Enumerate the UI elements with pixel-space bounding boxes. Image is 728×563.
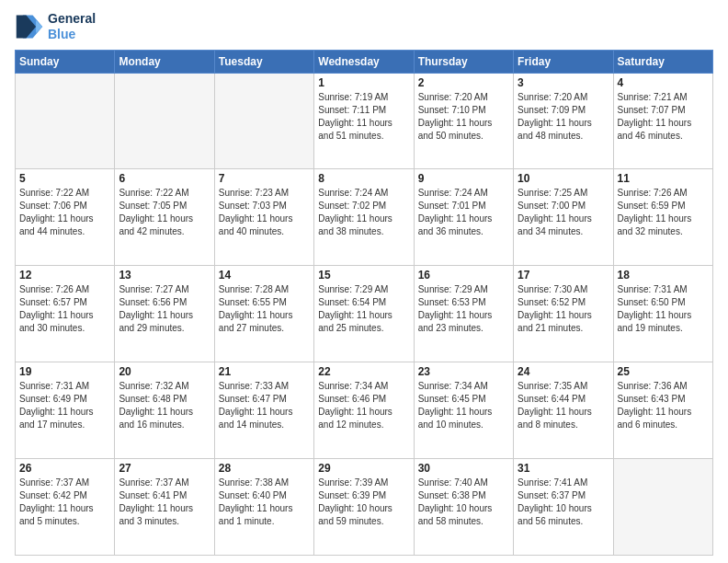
- cell-info: Sunrise: 7:24 AM Sunset: 7:01 PM Dayligh…: [418, 187, 509, 238]
- day-number: 18: [618, 269, 709, 282]
- calendar-cell: 24Sunrise: 7:35 AM Sunset: 6:44 PM Dayli…: [514, 362, 613, 459]
- day-number: 2: [418, 76, 509, 89]
- cell-info: Sunrise: 7:25 AM Sunset: 7:00 PM Dayligh…: [518, 187, 609, 238]
- calendar-cell: 9Sunrise: 7:24 AM Sunset: 7:01 PM Daylig…: [414, 169, 513, 266]
- calendar-cell: 8Sunrise: 7:24 AM Sunset: 7:02 PM Daylig…: [314, 169, 414, 266]
- day-number: 31: [518, 462, 609, 475]
- cell-info: Sunrise: 7:22 AM Sunset: 7:06 PM Dayligh…: [19, 187, 110, 238]
- logo-icon: [15, 12, 44, 41]
- day-number: 23: [418, 365, 509, 378]
- calendar-cell: 26Sunrise: 7:37 AM Sunset: 6:42 PM Dayli…: [16, 459, 115, 556]
- cell-info: Sunrise: 7:38 AM Sunset: 6:40 PM Dayligh…: [219, 477, 310, 528]
- day-number: 26: [19, 462, 110, 475]
- calendar-cell: 13Sunrise: 7:27 AM Sunset: 6:56 PM Dayli…: [115, 266, 214, 362]
- calendar-cell: 19Sunrise: 7:31 AM Sunset: 6:49 PM Dayli…: [16, 362, 115, 459]
- day-number: 19: [19, 365, 110, 378]
- calendar-cell: 16Sunrise: 7:29 AM Sunset: 6:53 PM Dayli…: [414, 266, 513, 362]
- day-number: 25: [618, 365, 709, 378]
- day-number: 4: [618, 76, 709, 89]
- day-number: 17: [518, 269, 609, 282]
- day-number: 6: [119, 172, 210, 185]
- calendar-cell: [613, 459, 712, 556]
- calendar-cell: 20Sunrise: 7:32 AM Sunset: 6:48 PM Dayli…: [115, 362, 214, 459]
- cell-info: Sunrise: 7:34 AM Sunset: 6:46 PM Dayligh…: [318, 380, 409, 431]
- cell-info: Sunrise: 7:35 AM Sunset: 6:44 PM Dayligh…: [518, 380, 609, 431]
- calendar-week-4: 26Sunrise: 7:37 AM Sunset: 6:42 PM Dayli…: [16, 459, 713, 556]
- day-number: 16: [418, 269, 509, 282]
- day-header-tuesday: Tuesday: [214, 50, 313, 73]
- calendar-cell: 3Sunrise: 7:20 AM Sunset: 7:09 PM Daylig…: [514, 73, 613, 169]
- logo-text: General Blue: [48, 11, 96, 42]
- calendar-cell: 12Sunrise: 7:26 AM Sunset: 6:57 PM Dayli…: [16, 266, 115, 362]
- day-number: 1: [318, 76, 409, 89]
- cell-info: Sunrise: 7:28 AM Sunset: 6:55 PM Dayligh…: [219, 283, 310, 335]
- cell-info: Sunrise: 7:31 AM Sunset: 6:50 PM Dayligh…: [618, 283, 709, 335]
- calendar-cell: 31Sunrise: 7:41 AM Sunset: 6:37 PM Dayli…: [514, 459, 613, 556]
- calendar-cell: [115, 73, 214, 169]
- calendar-cell: 25Sunrise: 7:36 AM Sunset: 6:43 PM Dayli…: [613, 362, 712, 459]
- cell-info: Sunrise: 7:20 AM Sunset: 7:10 PM Dayligh…: [418, 91, 509, 143]
- cell-info: Sunrise: 7:40 AM Sunset: 6:38 PM Dayligh…: [418, 477, 509, 528]
- day-number: 3: [518, 76, 609, 89]
- calendar-cell: 14Sunrise: 7:28 AM Sunset: 6:55 PM Dayli…: [214, 266, 313, 362]
- cell-info: Sunrise: 7:30 AM Sunset: 6:52 PM Dayligh…: [518, 283, 609, 335]
- calendar-cell: 28Sunrise: 7:38 AM Sunset: 6:40 PM Dayli…: [214, 459, 313, 556]
- calendar-cell: 30Sunrise: 7:40 AM Sunset: 6:38 PM Dayli…: [414, 459, 513, 556]
- calendar-cell: [16, 73, 115, 169]
- cell-info: Sunrise: 7:34 AM Sunset: 6:45 PM Dayligh…: [418, 380, 509, 431]
- cell-info: Sunrise: 7:39 AM Sunset: 6:39 PM Dayligh…: [318, 477, 409, 528]
- calendar-week-2: 12Sunrise: 7:26 AM Sunset: 6:57 PM Dayli…: [16, 266, 713, 362]
- calendar-week-3: 19Sunrise: 7:31 AM Sunset: 6:49 PM Dayli…: [16, 362, 713, 459]
- calendar-cell: 23Sunrise: 7:34 AM Sunset: 6:45 PM Dayli…: [414, 362, 513, 459]
- cell-info: Sunrise: 7:21 AM Sunset: 7:07 PM Dayligh…: [618, 91, 709, 143]
- calendar-cell: 1Sunrise: 7:19 AM Sunset: 7:11 PM Daylig…: [314, 73, 414, 169]
- calendar-cell: 18Sunrise: 7:31 AM Sunset: 6:50 PM Dayli…: [613, 266, 712, 362]
- day-number: 13: [119, 269, 210, 282]
- day-number: 14: [219, 269, 310, 282]
- calendar-cell: [214, 73, 313, 169]
- cell-info: Sunrise: 7:19 AM Sunset: 7:11 PM Dayligh…: [318, 91, 409, 143]
- calendar-cell: 4Sunrise: 7:21 AM Sunset: 7:07 PM Daylig…: [613, 73, 712, 169]
- cell-info: Sunrise: 7:41 AM Sunset: 6:37 PM Dayligh…: [518, 477, 609, 528]
- day-number: 27: [119, 462, 210, 475]
- day-header-saturday: Saturday: [613, 50, 712, 73]
- calendar-table: SundayMondayTuesdayWednesdayThursdayFrid…: [15, 50, 713, 556]
- calendar-cell: 2Sunrise: 7:20 AM Sunset: 7:10 PM Daylig…: [414, 73, 513, 169]
- calendar-cell: 10Sunrise: 7:25 AM Sunset: 7:00 PM Dayli…: [514, 169, 613, 266]
- day-number: 10: [518, 172, 609, 185]
- cell-info: Sunrise: 7:37 AM Sunset: 6:41 PM Dayligh…: [119, 477, 210, 528]
- day-number: 7: [219, 172, 310, 185]
- day-number: 11: [618, 172, 709, 185]
- cell-info: Sunrise: 7:32 AM Sunset: 6:48 PM Dayligh…: [119, 380, 210, 431]
- cell-info: Sunrise: 7:33 AM Sunset: 6:47 PM Dayligh…: [219, 380, 310, 431]
- calendar-week-0: 1Sunrise: 7:19 AM Sunset: 7:11 PM Daylig…: [16, 73, 713, 169]
- cell-info: Sunrise: 7:37 AM Sunset: 6:42 PM Dayligh…: [19, 477, 110, 528]
- cell-info: Sunrise: 7:24 AM Sunset: 7:02 PM Dayligh…: [318, 187, 409, 238]
- cell-info: Sunrise: 7:26 AM Sunset: 6:57 PM Dayligh…: [19, 283, 110, 335]
- calendar-cell: 17Sunrise: 7:30 AM Sunset: 6:52 PM Dayli…: [514, 266, 613, 362]
- calendar-cell: 27Sunrise: 7:37 AM Sunset: 6:41 PM Dayli…: [115, 459, 214, 556]
- cell-info: Sunrise: 7:23 AM Sunset: 7:03 PM Dayligh…: [219, 187, 310, 238]
- cell-info: Sunrise: 7:26 AM Sunset: 6:59 PM Dayligh…: [618, 187, 709, 238]
- day-number: 21: [219, 365, 310, 378]
- day-header-monday: Monday: [115, 50, 214, 73]
- calendar-cell: 22Sunrise: 7:34 AM Sunset: 6:46 PM Dayli…: [314, 362, 414, 459]
- day-header-wednesday: Wednesday: [314, 50, 414, 73]
- day-number: 15: [318, 269, 409, 282]
- cell-info: Sunrise: 7:22 AM Sunset: 7:05 PM Dayligh…: [119, 187, 210, 238]
- day-number: 8: [318, 172, 409, 185]
- calendar-cell: 21Sunrise: 7:33 AM Sunset: 6:47 PM Dayli…: [214, 362, 313, 459]
- calendar-header-row: SundayMondayTuesdayWednesdayThursdayFrid…: [16, 50, 713, 73]
- calendar-cell: 6Sunrise: 7:22 AM Sunset: 7:05 PM Daylig…: [115, 169, 214, 266]
- cell-info: Sunrise: 7:29 AM Sunset: 6:54 PM Dayligh…: [318, 283, 409, 335]
- page: General Blue SundayMondayTuesdayWednesda…: [0, 0, 728, 563]
- day-number: 9: [418, 172, 509, 185]
- day-number: 30: [418, 462, 509, 475]
- header: General Blue: [15, 11, 713, 42]
- day-number: 22: [318, 365, 409, 378]
- day-header-thursday: Thursday: [414, 50, 513, 73]
- cell-info: Sunrise: 7:29 AM Sunset: 6:53 PM Dayligh…: [418, 283, 509, 335]
- day-number: 29: [318, 462, 409, 475]
- calendar-cell: 7Sunrise: 7:23 AM Sunset: 7:03 PM Daylig…: [214, 169, 313, 266]
- calendar-week-1: 5Sunrise: 7:22 AM Sunset: 7:06 PM Daylig…: [16, 169, 713, 266]
